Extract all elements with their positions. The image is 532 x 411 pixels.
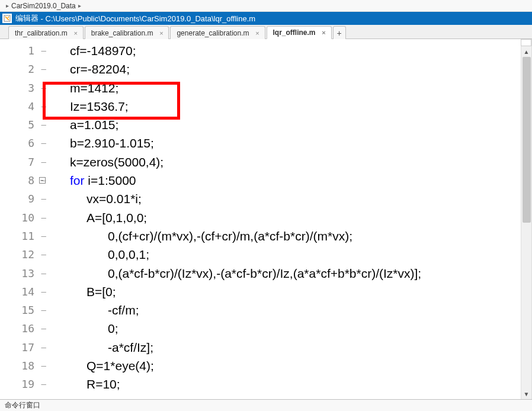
- code-line[interactable]: Iz=1536.7;: [70, 97, 521, 115]
- line-number: 11: [8, 227, 38, 245]
- gutter-margin: [0, 39, 8, 399]
- scroll-indicator: [521, 39, 531, 46]
- code-line[interactable]: -cf/m;: [70, 301, 521, 319]
- editor-title-path: C:\Users\Public\Documents\CarSim2019.0_D…: [46, 14, 256, 23]
- tab-thr-calibration[interactable]: thr_calibration.m ×: [8, 26, 84, 39]
- line-number: 17: [8, 338, 38, 357]
- code-line[interactable]: k=zeros(5000,4);: [70, 153, 521, 171]
- code-line[interactable]: Q=1*eye(4);: [70, 357, 521, 375]
- keyword: for: [70, 174, 85, 187]
- close-icon[interactable]: ×: [158, 30, 165, 37]
- line-number: 8: [8, 171, 38, 190]
- scroll-down-arrow-icon[interactable]: ▼: [521, 388, 531, 399]
- line-number: 5: [8, 115, 38, 134]
- line-number: 12: [8, 245, 38, 264]
- code-line[interactable]: B=[0;: [70, 282, 521, 301]
- line-number-gutter: 12345678910111213141516171819: [8, 39, 38, 399]
- line-number: 10: [8, 208, 38, 227]
- vertical-scrollbar[interactable]: ▲ ▼: [521, 39, 531, 399]
- code-line[interactable]: cr=-82204;: [70, 60, 521, 78]
- code-line[interactable]: R=10;: [70, 375, 521, 393]
- tab-label: brake_calibration.m: [91, 29, 153, 37]
- close-icon[interactable]: ×: [72, 30, 79, 37]
- editor-titlebar: 编辑器 - C:\Users\Public\Documents\CarSim20…: [0, 12, 532, 25]
- code-line[interactable]: 0,(cf+cr)/(m*vx),-(cf+cr)/m,(a*cf-b*cr)/…: [70, 227, 521, 245]
- code-line[interactable]: vx=0.01*i;: [70, 190, 521, 208]
- code-line[interactable]: -a*cf/Iz];: [70, 338, 521, 357]
- code-line[interactable]: a=1.015;: [70, 115, 521, 134]
- tab-strip: thr_calibration.m × brake_calibration.m …: [0, 25, 532, 39]
- breadcrumb-sep-icon: ▸: [78, 2, 81, 9]
- tab-label: thr_calibration.m: [15, 29, 68, 37]
- line-number: 6: [8, 134, 38, 152]
- editor-title-sep: -: [39, 14, 46, 23]
- line-number: 4: [8, 97, 38, 115]
- line-number: 3: [8, 79, 38, 97]
- code-line[interactable]: 0;: [70, 319, 521, 338]
- line-number: 15: [8, 301, 38, 319]
- status-label: 命令行窗口: [5, 400, 40, 410]
- code-text: i=1:5000: [85, 174, 136, 187]
- scroll-up-arrow-icon[interactable]: ▲: [521, 46, 531, 57]
- tab-label: generate_calibration.m: [177, 29, 249, 37]
- tab-lqr-offline[interactable]: lqr_offline.m ×: [267, 26, 332, 39]
- line-number: 7: [8, 153, 38, 171]
- breadcrumb-item[interactable]: CarSim2019.0_Data: [11, 2, 76, 10]
- line-number: 13: [8, 264, 38, 282]
- code-line[interactable]: b=2.910-1.015;: [70, 134, 521, 152]
- editor-icon: [2, 14, 12, 23]
- editor-area: 12345678910111213141516171819 − cf=-1489…: [0, 39, 532, 399]
- scroll-thumb[interactable]: [523, 57, 531, 223]
- line-number: 18: [8, 357, 38, 375]
- line-number: 9: [8, 190, 38, 208]
- line-number: 19: [8, 375, 38, 393]
- breadcrumb: ▸ CarSim2019.0_Data ▸: [0, 0, 532, 12]
- tab-label: lqr_offline.m: [273, 28, 316, 37]
- breadcrumb-sep-icon: ▸: [6, 2, 9, 9]
- line-number: 16: [8, 319, 38, 338]
- editor-title-label: 编辑器: [15, 13, 39, 24]
- code-line[interactable]: 0,(a*cf-b*cr)/(Iz*vx),-(a*cf-b*cr)/Iz,(a…: [70, 264, 521, 282]
- code-line[interactable]: cf=-148970;: [70, 41, 521, 60]
- tab-generate-calibration[interactable]: generate_calibration.m ×: [170, 26, 265, 39]
- line-number: 1: [8, 41, 38, 60]
- line-number: 14: [8, 282, 38, 301]
- code-line[interactable]: A=[0,1,0,0;: [70, 208, 521, 227]
- status-bar: 命令行窗口: [0, 399, 532, 411]
- close-icon[interactable]: ×: [254, 30, 261, 37]
- tab-brake-calibration[interactable]: brake_calibration.m ×: [85, 26, 169, 39]
- code-line[interactable]: m=1412;: [70, 79, 521, 97]
- code-line[interactable]: 0,0,0,1;: [70, 245, 521, 264]
- code-line[interactable]: for i=1:5000: [70, 171, 521, 190]
- close-icon[interactable]: ×: [321, 29, 328, 36]
- add-tab-button[interactable]: +: [333, 26, 346, 39]
- line-number: 2: [8, 60, 38, 78]
- code-area[interactable]: cf=-148970;cr=-82204;m=1412;Iz=1536.7;a=…: [46, 39, 521, 399]
